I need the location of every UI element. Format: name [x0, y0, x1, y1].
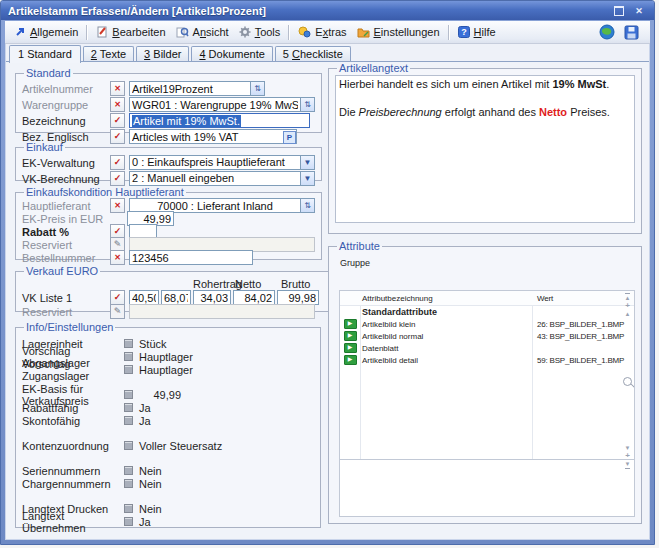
- attribute-image-icon: ▶: [344, 355, 357, 365]
- magnifier-icon[interactable]: [623, 377, 632, 386]
- group-standard-title: Standard: [24, 67, 73, 79]
- menu-item-extras[interactable]: Extras: [293, 24, 351, 40]
- bezeichnung-input[interactable]: Artikel mit 19% MwSt.: [129, 113, 310, 128]
- info-row: RabattfähigJa: [22, 401, 314, 414]
- close-button[interactable]: ✕: [632, 4, 646, 17]
- bullet-icon: [124, 517, 133, 526]
- tab-dokumente[interactable]: 4 Dokumente: [191, 46, 272, 62]
- attributbezeichnung-header: Attributbezeichnung: [360, 294, 534, 303]
- tab-bilder[interactable]: 3 Bilder: [136, 46, 189, 62]
- gruppe-label: Gruppe: [340, 258, 635, 268]
- warengruppe-lookup-button[interactable]: ⇅: [301, 97, 315, 112]
- scroll-up-icon[interactable]: ▲: [625, 310, 631, 318]
- attribute-preview-panel: [339, 459, 635, 517]
- menu-item-tools[interactable]: Tools: [234, 24, 286, 40]
- close-icon: ✕: [635, 6, 643, 16]
- bezeichnung-label: Bezeichnung: [22, 115, 110, 127]
- move-down-icon[interactable]: +: [625, 452, 630, 460]
- bestellnummer-input[interactable]: [129, 250, 253, 265]
- tab-checkliste[interactable]: 5 Checkliste: [275, 46, 351, 62]
- edited-check-icon: ✓: [110, 129, 125, 144]
- attribute-row[interactable]: ▶ Artikelbild klein 26: BSP_BILDER_1.BMP: [340, 318, 634, 330]
- field-row-ek-verwaltung: EK-Verwaltung ✓ 0 : Einkaufspreis Hauptl…: [22, 155, 315, 170]
- vk-berechnung-dropdown-button[interactable]: ▼: [301, 171, 315, 186]
- vk-rohertrag-input[interactable]: [193, 290, 231, 305]
- attribute-table-header: Attributbezeichnung Wert: [340, 291, 634, 306]
- svg-text:?: ?: [461, 27, 467, 37]
- group-info-title: Info/Einstellungen: [24, 321, 115, 333]
- group-einkaufskondition: Einkaufskondition Hauptlieferant Hauptli…: [15, 186, 322, 260]
- artikelnummer-input[interactable]: [129, 81, 251, 96]
- menu-item-einstellungen[interactable]: Einstellungen: [352, 24, 445, 40]
- attribute-row[interactable]: ▶ Artikelbild detail 59: BSP_BILDER_1.BM…: [340, 354, 634, 366]
- attribute-image-icon: ▶: [344, 319, 357, 329]
- attribute-row[interactable]: ▶ Artikelbild normal 43: BSP_BILDER_1.BM…: [340, 330, 634, 342]
- attribute-row[interactable]: ▶ Datenblatt: [340, 342, 634, 354]
- group-verkauf: Verkauf EURO Rohertrag Netto Brutto VK L…: [15, 265, 332, 312]
- langtext-paragraph: Hierbei handelt es sich um einen Artikel…: [339, 77, 631, 91]
- right-column: Artikellangtext Hierbei handelt es sich …: [328, 62, 642, 524]
- tab-standard[interactable]: 1 Standard: [9, 45, 81, 63]
- vk-preis-1-input[interactable]: [129, 290, 159, 305]
- note-icon: ✎: [110, 304, 125, 319]
- restore-button[interactable]: [612, 4, 626, 17]
- vk-berechnung-label: VK-Berechnung: [22, 173, 110, 185]
- group-attribute-title: Attribute: [337, 240, 382, 252]
- globe-icon[interactable]: [599, 24, 615, 40]
- artikelnummer-lookup-button[interactable]: ⇅: [251, 81, 265, 96]
- settings-folder-icon: [357, 27, 370, 38]
- bullet-icon: [124, 352, 133, 361]
- field-row-artikelnummer: Artikelnummer ✕ ⇅: [22, 81, 315, 96]
- ek-verwaltung-dropdown-button[interactable]: ▼: [301, 155, 315, 170]
- bez-englisch-input[interactable]: [129, 129, 297, 144]
- group-standard: Standard Artikelnummer ✕ ⇅ Warengruppe ✕…: [15, 67, 322, 133]
- field-row-vk-liste: VK Liste 1 ✓: [22, 291, 325, 304]
- field-row-vk-reserviert: Reserviert ✎: [22, 305, 325, 318]
- help-icon: ?: [458, 26, 470, 38]
- mandatory-x-icon: ✕: [110, 97, 125, 112]
- warengruppe-input[interactable]: [129, 97, 301, 112]
- hauptlieferant-lookup-button[interactable]: ⇅: [301, 198, 315, 213]
- menu-item-allgemein[interactable]: Allgemein: [9, 24, 83, 40]
- menu-item-ansicht[interactable]: Ansicht: [171, 24, 234, 40]
- edited-check-icon: ✓: [110, 155, 125, 170]
- vk-berechnung-select[interactable]: 2 : Manuell eingeben: [129, 171, 301, 186]
- bullet-icon: [124, 466, 133, 475]
- tab-texte[interactable]: 2 Texte: [83, 46, 134, 62]
- field-row-bezeichnung: Bezeichnung ✓ Artikel mit 19% MwSt.: [22, 113, 315, 128]
- bullet-icon: [124, 365, 133, 374]
- arrow-ne-icon: [14, 26, 26, 38]
- menu-item-bearbeiten[interactable]: Bearbeiten: [91, 24, 170, 40]
- group-verkauf-title: Verkauf EURO: [24, 265, 100, 277]
- tab-page-standard: Standard Artikelnummer ✕ ⇅ Warengruppe ✕…: [6, 61, 649, 539]
- vk-netto-input[interactable]: [233, 290, 275, 305]
- move-up-icon[interactable]: +: [625, 302, 630, 310]
- wert-header: Wert: [534, 294, 634, 303]
- title-bar: Artikelstamm Erfassen/Ändern [Artikel19P…: [1, 1, 654, 20]
- app-window: Artikelstamm Erfassen/Ändern [Artikel19P…: [0, 0, 655, 545]
- artikellangtext-editor[interactable]: Hierbei handelt es sich um einen Artikel…: [335, 75, 635, 223]
- attribute-table: Attributbezeichnung Wert Standardattribu…: [339, 290, 635, 472]
- vk-brutto-input[interactable]: [277, 290, 319, 305]
- edited-check-icon: ✓: [110, 113, 125, 128]
- field-row-vk-berechnung: VK-Berechnung ✓ 2 : Manuell eingeben ▼: [22, 171, 315, 186]
- ek-verwaltung-select[interactable]: 0 : Einkaufspreis Hauptlieferant: [129, 155, 301, 170]
- edited-check-icon: ✓: [110, 171, 125, 186]
- gear-icon: [239, 26, 251, 38]
- attribute-group-row[interactable]: Standardattribute: [340, 306, 634, 318]
- menu-separator: [448, 25, 450, 40]
- bestellnummer-label: Bestellnummer: [22, 252, 110, 264]
- group-attribute: Attribute Gruppe Attributbezeichnung Wer…: [328, 240, 642, 524]
- bullet-icon: [124, 390, 133, 399]
- vk-preis-2-input[interactable]: [161, 290, 191, 305]
- info-row: SkontofähigJa: [22, 414, 314, 427]
- group-info: Info/Einstellungen LagereinheitStück Vor…: [15, 321, 321, 528]
- field-row-bestellnummer: Bestellnummer ✕: [22, 251, 315, 264]
- tab-strip: 1 Standard 2 Texte 3 Bilder 4 Dokumente …: [5, 44, 650, 62]
- scroll-to-bottom-icon[interactable]: ▼: [625, 460, 631, 469]
- menu-item-hilfe[interactable]: ? Hilfe: [453, 24, 501, 40]
- vk-liste-label: VK Liste 1: [22, 292, 110, 304]
- save-icon[interactable]: [624, 25, 639, 40]
- field-row-warengruppe: Warengruppe ✕ ⇅: [22, 97, 315, 112]
- bullet-icon: [124, 416, 133, 425]
